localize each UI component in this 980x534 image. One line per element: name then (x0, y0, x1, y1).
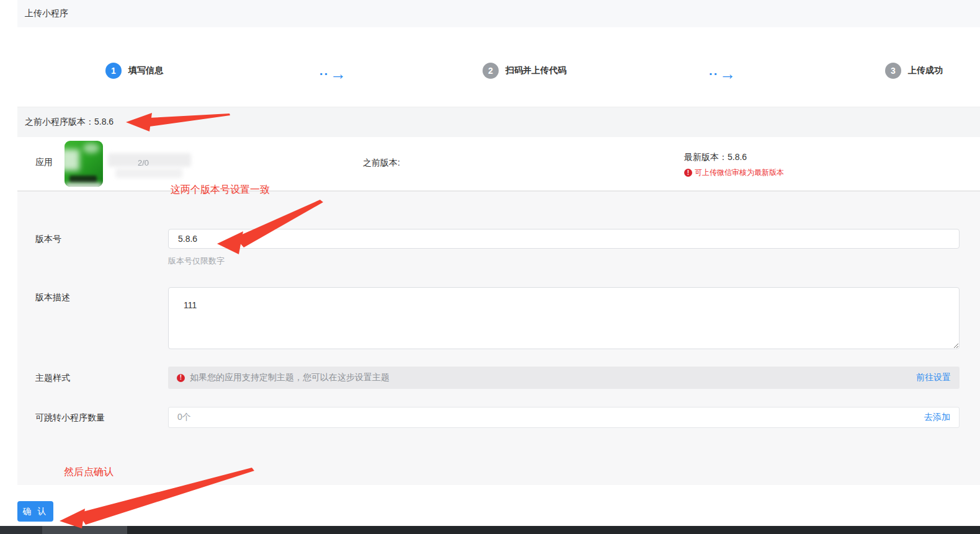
latest-version-block: 最新版本：5.8.6 ! 可上传微信审核为最新版本 (684, 152, 784, 178)
confirm-button[interactable]: 确 认 (17, 501, 53, 522)
taskbar-segment (42, 526, 127, 534)
warning-icon: ! (684, 169, 692, 177)
taskbar-segment (0, 526, 42, 534)
latest-version-text: 最新版本：5.8.6 (684, 152, 784, 163)
icon-gloss (83, 143, 99, 153)
theme-notice-text: 如果您的应用支持定制主题，您可以在这步设置主题 (190, 372, 911, 383)
latest-version-note: 可上传微信审核为最新版本 (695, 167, 784, 178)
annotation-confirm-note: 然后点确认 (64, 466, 114, 479)
upload-form: 版本号 版本号仅限数字 版本描述 111 主题样式 ! 如果您的应用支持定制主题… (17, 191, 980, 485)
censor-blob (65, 149, 79, 171)
censor-blob (69, 176, 97, 183)
arrow-glyph: → (330, 66, 346, 82)
description-textarea[interactable]: 111 (168, 287, 960, 349)
version-input[interactable] (168, 229, 960, 249)
warning-icon: ! (177, 374, 185, 382)
arrow-dots: ·· (319, 68, 329, 80)
step-3-label: 上传成功 (908, 65, 943, 76)
censor-blur (115, 168, 182, 178)
step-arrow-icon: ·· → (319, 66, 346, 82)
step-upload-success: 3 上传成功 (885, 63, 943, 79)
jumpable-count-value: 0个 (177, 412, 924, 423)
version-label: 版本号 (35, 229, 61, 249)
latest-version-warning: ! 可上传微信审核为最新版本 (684, 167, 784, 178)
step-1-label: 填写信息 (128, 65, 163, 76)
app-info-row: 应用 2/0 之前版本: 最新版本：5.8.6 ! 可上传微信审核为最新版本 (17, 137, 980, 191)
go-to-theme-settings-link[interactable]: 前往设置 (916, 372, 951, 383)
bottom-taskbar (0, 526, 980, 534)
annotation-version-note: 这两个版本号设置一致 (171, 184, 270, 197)
step-scan-upload: 2 扫码并上传代码 (483, 63, 566, 79)
arrow-glyph: → (719, 66, 736, 82)
step-2-label: 扫码并上传代码 (506, 65, 566, 76)
theme-label: 主题样式 (35, 367, 70, 389)
theme-notice-bar: ! 如果您的应用支持定制主题，您可以在这步设置主题 前往设置 (168, 367, 960, 389)
censored-text-fragment: 2/0 (138, 158, 149, 167)
footer-bar: 确 认 (17, 485, 980, 526)
taskbar-segment (127, 526, 980, 534)
prev-version-label: 之前版本: (363, 158, 400, 169)
step-2-circle: 2 (483, 63, 499, 79)
steps-bar: 1 填写信息 ·· → 2 扫码并上传代码 ·· → 3 上传成功 (17, 35, 980, 107)
header-spacer (17, 27, 980, 35)
upload-miniprogram-page: 上传小程序 1 填写信息 ·· → 2 扫码并上传代码 ·· → 3 上传成功 … (17, 0, 980, 526)
step-fill-info: 1 填写信息 (105, 63, 163, 79)
jumpable-count-label: 可跳转小程序数量 (35, 407, 105, 428)
arrow-dots: ·· (709, 68, 718, 80)
censor-blur (108, 153, 191, 167)
previous-version-text: 之前小程序版本：5.8.6 (25, 117, 114, 128)
step-1-circle: 1 (105, 63, 122, 79)
app-label: 应用 (35, 157, 53, 168)
step-arrow-icon: ·· → (709, 66, 736, 82)
page-header: 上传小程序 (17, 0, 980, 27)
censor-blob (66, 183, 102, 187)
previous-version-bar: 之前小程序版本：5.8.6 (17, 107, 980, 137)
version-hint: 版本号仅限数字 (168, 256, 225, 267)
page-title: 上传小程序 (25, 8, 68, 19)
app-icon (65, 141, 103, 187)
add-jumpable-link[interactable]: 去添加 (924, 412, 950, 423)
description-label: 版本描述 (35, 288, 70, 306)
jumpable-count-box: 0个 去添加 (168, 407, 960, 428)
step-3-circle: 3 (885, 63, 901, 79)
